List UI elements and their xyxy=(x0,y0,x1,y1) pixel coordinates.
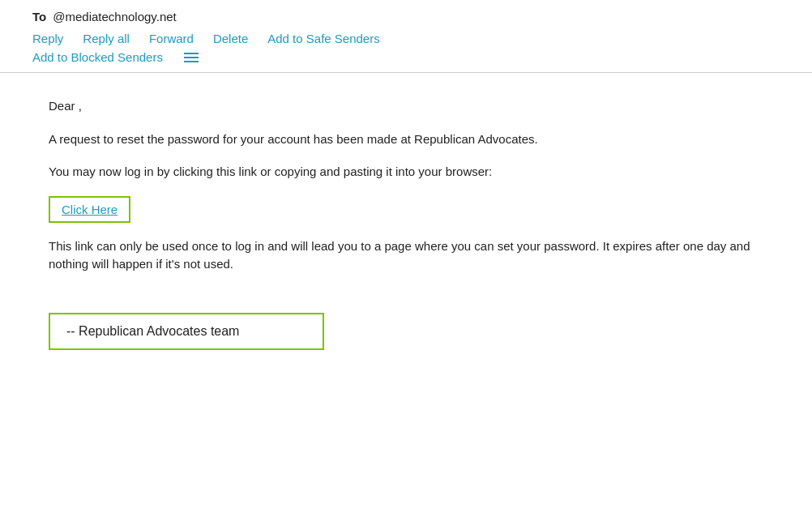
delete-button[interactable]: Delete xyxy=(213,32,248,45)
add-to-safe-senders-button[interactable]: Add to Safe Senders xyxy=(267,32,379,45)
forward-button[interactable]: Forward xyxy=(149,32,194,45)
signature-box: -- Republican Advocates team xyxy=(49,313,324,350)
paragraph-3: This link can only be used once to log i… xyxy=(49,237,780,274)
reply-button[interactable]: Reply xyxy=(32,32,63,45)
paragraph-2: You may now log in by clicking this link… xyxy=(49,163,780,182)
click-here-box: Click Here xyxy=(49,196,130,223)
email-header: To @mediatechnology.net Reply Reply all … xyxy=(0,0,812,73)
reply-all-button[interactable]: Reply all xyxy=(83,32,130,45)
signature-text: -- Republican Advocates team xyxy=(66,324,239,338)
paragraph-1: A request to reset the password for your… xyxy=(49,130,780,149)
add-to-blocked-senders-button[interactable]: Add to Blocked Senders xyxy=(32,50,163,64)
action-bar-row2: Add to Blocked Senders xyxy=(32,50,780,64)
to-label: To xyxy=(32,10,46,24)
to-line: To @mediatechnology.net xyxy=(32,10,780,24)
email-body: Dear , A request to reset the password f… xyxy=(0,73,812,374)
to-address: @mediatechnology.net xyxy=(53,10,177,24)
action-bar-row1: Reply Reply all Forward Delete Add to Sa… xyxy=(32,32,780,45)
more-options-icon[interactable] xyxy=(182,51,200,64)
click-here-link[interactable]: Click Here xyxy=(62,203,118,216)
dear-line: Dear , xyxy=(49,97,780,116)
